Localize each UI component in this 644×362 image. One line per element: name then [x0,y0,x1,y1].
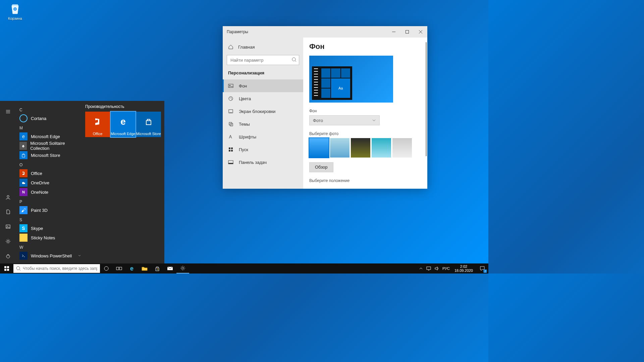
start-user-button[interactable] [0,190,16,204]
app-skype[interactable]: SSkype [18,224,83,233]
cortana-icon [19,114,28,122]
app-label: Office [31,171,42,176]
sidebar-item-fonts[interactable]: Шрифты [223,130,303,143]
thumb-4[interactable] [372,138,391,158]
thumb-5[interactable] [392,138,412,158]
svg-point-16 [7,195,9,197]
start-pictures-button[interactable] [0,219,16,234]
app-letter-m[interactable]: M [18,124,83,132]
tray-volume-icon[interactable] [434,266,439,271]
office-icon [19,169,28,177]
app-label: OneDrive [31,180,49,185]
app-edge[interactable]: eMicrosoft Edge [18,132,83,141]
taskbar-mail[interactable] [164,263,176,274]
minimize-button[interactable] [387,26,400,38]
app-office[interactable]: Office [18,169,83,178]
sidebar-item-lockscreen[interactable]: Экран блокировки [223,105,303,118]
store-icon [145,112,153,132]
app-letter-p[interactable]: P [18,198,83,205]
clock-date: 18.09.2020 [454,268,473,273]
taskbar-edge[interactable]: e [125,263,138,274]
taskbar-start-button[interactable] [0,263,13,274]
sidebar-item-start[interactable]: Пуск [223,143,303,156]
scrollbar[interactable] [426,42,427,156]
thumb-3[interactable] [351,138,370,158]
browse-button[interactable]: Обзор [309,162,333,172]
background-preview: Aa [309,56,393,103]
svg-rect-31 [157,269,157,270]
edge-icon: e [130,265,133,272]
app-letter-s[interactable]: S [18,216,83,224]
taskbar-clock[interactable]: 2:02 18.09.2020 [451,264,476,273]
edge-icon: e [120,112,126,132]
start-app-list[interactable]: C Cortana M eMicrosoft Edge ♠Microsoft S… [16,101,85,263]
taskbar-cortana[interactable] [100,263,113,274]
svg-point-18 [7,226,8,227]
taskbar-store[interactable] [151,263,164,274]
app-letter-c[interactable]: C [18,106,83,114]
app-stickynotes[interactable]: Sticky Notes [18,233,83,242]
bg-select[interactable]: Фото [309,115,380,125]
tray-language[interactable]: РУС [442,266,450,270]
tray-monitor-icon[interactable] [426,266,431,271]
bg-select-value: Фото [313,118,323,123]
start-documents-button[interactable] [0,204,16,219]
tile-label: Microsoft Edge [111,132,135,136]
sidebar-item-taskbar[interactable]: Панель задач [223,156,303,169]
sidebar-search[interactable] [227,55,299,65]
sidebar-item-label: Пуск [239,147,248,152]
sidebar-item-themes[interactable]: Темы [223,118,303,130]
picture-icon [228,83,233,88]
close-button[interactable] [414,26,427,38]
taskbar-explorer[interactable] [138,263,151,274]
sidebar-item-background[interactable]: Фон [223,79,303,92]
taskbar-search-input[interactable] [23,266,97,271]
folder-icon [142,266,148,271]
svg-point-19 [7,240,9,242]
store-icon [155,266,160,271]
taskbar-search[interactable] [13,264,100,273]
taskbar-taskview[interactable] [113,263,125,274]
start-expand-button[interactable] [0,104,16,119]
settings-titlebar[interactable]: Параметры [223,26,427,38]
taskbar-settings[interactable] [176,263,189,274]
tile-label: Office [93,132,103,136]
tiles-heading[interactable]: Производительность [85,104,161,112]
tray-chevron-up-icon[interactable] [419,266,423,270]
app-onenote[interactable]: NOneNote [18,187,83,197]
app-store[interactable]: Microsoft Store [18,150,83,160]
tile-office[interactable]: Office [85,112,110,137]
app-onedrive[interactable]: OneDrive [18,178,83,187]
fonts-icon [228,134,233,139]
chevron-down-icon [372,118,376,122]
settings-sidebar: Главная Персонализация Фон Цвета Экран б… [223,38,303,189]
mail-icon [167,266,173,271]
start-power-button[interactable] [0,249,16,263]
sidebar-item-colors[interactable]: Цвета [223,92,303,105]
chevron-down-icon [78,254,81,257]
sidebar-item-label: Темы [239,122,250,127]
tile-edge[interactable]: eMicrosoft Edge [111,112,136,137]
svg-rect-13 [231,150,233,152]
taskbar-notifications[interactable]: 2 [476,263,488,274]
thumb-2[interactable] [330,138,350,158]
app-label: Microsoft Store [31,153,60,158]
app-cortana[interactable]: Cortana [18,114,83,123]
thumb-1[interactable] [309,138,329,158]
home-icon [228,44,233,50]
app-paint3d[interactable]: 🖌Paint 3D [18,205,83,215]
powershell-icon [19,252,28,260]
start-menu: C Cortana M eMicrosoft Edge ♠Microsoft S… [0,101,164,263]
desktop-icon-recycle-bin[interactable]: Корзина [3,2,27,20]
app-letter-o[interactable]: O [18,161,83,169]
app-solitaire[interactable]: ♠Microsoft Solitaire Collection [18,141,83,150]
tile-store[interactable]: Microsoft Store [136,112,161,137]
tile-label: Microsoft Store [136,132,161,136]
sidebar-search-input[interactable] [227,55,299,65]
app-powershell[interactable]: Windows PowerShell [18,251,83,260]
start-settings-button[interactable] [0,234,16,249]
app-letter-w[interactable]: W [18,244,83,251]
sidebar-home[interactable]: Главная [223,40,303,54]
gear-icon [180,265,185,271]
maximize-button[interactable] [400,26,414,38]
